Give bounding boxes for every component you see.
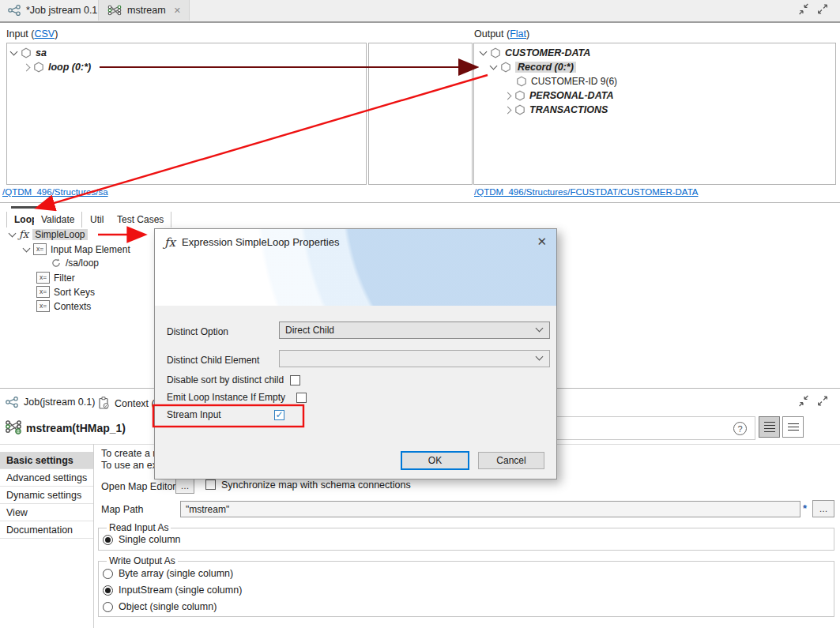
tree-row-input-map-element[interactable]: x= Input Map Element [24, 243, 130, 255]
sidebar-item-dynamic-settings[interactable]: Dynamic settings [0, 487, 93, 504]
tree-row-loop[interactable]: loop (0:*) [24, 62, 91, 73]
variable-icon: x= [36, 272, 50, 284]
radio-object[interactable]: Object (single column) [103, 601, 217, 612]
tree-row-sa-loop[interactable]: /sa/loop [51, 258, 99, 269]
map-path-browse-button[interactable]: … [812, 500, 834, 517]
dialog-close-icon[interactable]: ✕ [537, 235, 547, 249]
radio-inputstream-label: InputStream (single column) [119, 585, 242, 596]
radio-selected-icon[interactable] [103, 585, 113, 596]
input-format-link[interactable]: CSV [34, 28, 55, 39]
synchronize-checkbox[interactable] [205, 479, 216, 490]
stream-input-checkbox[interactable]: ✓ [274, 410, 284, 420]
distinct-option-select[interactable]: Direct Child [279, 322, 550, 339]
tree-row-customer-id[interactable]: CUSTOMER-ID 9(6) [516, 76, 617, 87]
view-mode-compact-icon[interactable] [782, 416, 804, 438]
tab-job-view[interactable]: Job(jstream 0.1) [6, 397, 95, 408]
editor-tabbar: *Job jstream 0.1 mstream ✕ [0, 0, 840, 23]
variable-icon: x= [36, 300, 50, 312]
hexagon-icon [514, 104, 525, 115]
help-icon[interactable]: ? [733, 422, 747, 435]
stream-input-checkbox-row[interactable]: Stream Input ✓ [167, 409, 284, 420]
output-structure-path-link[interactable]: /QTDM_496/Structures/FCUSTDAT/CUSTOMER-D… [474, 187, 699, 197]
output-panel-title: Output (Flat) [474, 28, 529, 39]
chevron-right-icon[interactable] [23, 63, 31, 71]
radio-selected-icon[interactable] [103, 535, 113, 545]
chevron-down-icon[interactable] [490, 62, 498, 70]
variable-icon: x= [36, 286, 50, 298]
input-structure-path-link[interactable]: /QTDM_496/Structures/sa [2, 187, 108, 197]
sash-handle[interactable] [11, 206, 49, 209]
chevron-down-icon [536, 325, 544, 333]
input-label-paren: ) [55, 28, 58, 39]
tab-mstream[interactable]: mstream ✕ [98, 0, 190, 21]
tab-util[interactable]: Util [83, 212, 111, 228]
disable-sort-checkbox[interactable] [290, 375, 300, 385]
output-format-link[interactable]: Flat [510, 28, 526, 39]
tab-context-view[interactable]: Context (j [98, 397, 157, 410]
sidebar-item-basic-settings[interactable]: Basic settings [0, 452, 93, 469]
tree-row-contexts[interactable]: x= Contexts [36, 300, 91, 312]
tree-row-personal-data[interactable]: PERSONAL-DATA [505, 90, 613, 101]
hmap-icon [107, 4, 122, 17]
sidebar-item-advanced-settings[interactable]: Advanced settings [0, 469, 93, 487]
minimize-view-icon[interactable] [797, 3, 810, 15]
tree-label-transactions: TRANSACTIONS [529, 104, 608, 115]
hexagon-icon [500, 62, 511, 73]
tree-row-transactions[interactable]: TRANSACTIONS [505, 104, 608, 115]
chevron-right-icon[interactable] [504, 106, 512, 114]
distinct-child-element-label: Distinct Child Element [167, 355, 259, 366]
tab-validate[interactable]: Validate [34, 212, 82, 228]
radio-inputstream[interactable]: InputStream (single column) [103, 585, 242, 596]
tree-row-filter[interactable]: x= Filter [36, 272, 75, 284]
chevron-down-icon[interactable] [9, 230, 17, 238]
sidebar-item-documentation[interactable]: Documentation [0, 521, 93, 539]
input-label: Input ( [6, 28, 34, 39]
tab-job-designer[interactable]: *Job jstream 0.1 [0, 0, 105, 21]
radio-icon[interactable] [103, 569, 113, 579]
output-label-paren: ) [526, 28, 529, 39]
emit-loop-checkbox-row[interactable]: Emit Loop Instance If Empty [167, 392, 307, 403]
component-view-window-controls [797, 395, 829, 407]
maximize-view-icon[interactable] [816, 3, 829, 15]
radio-single-column[interactable]: Single column [103, 534, 181, 545]
tree-row-simpleloop[interactable]: ƒx SimpleLoop [9, 229, 88, 240]
maximize-view-icon[interactable] [816, 395, 829, 407]
close-tab-icon[interactable]: ✕ [174, 6, 181, 16]
tree-label-filter: Filter [54, 273, 75, 284]
map-path-input[interactable]: "mstream" [180, 501, 800, 517]
disable-sort-checkbox-row[interactable]: Disable sort by distinct child [167, 374, 300, 385]
tab-job-view-label: Job(jstream 0.1) [24, 397, 95, 408]
tab-mstream-label: mstream [127, 5, 166, 16]
distinct-child-element-select[interactable] [279, 350, 550, 367]
tree-row-sort-keys[interactable]: x= Sort Keys [36, 286, 95, 298]
tree-row-record[interactable]: Record (0:*) [491, 62, 576, 73]
editor-window-controls [797, 3, 829, 15]
tab-test-cases[interactable]: Test Cases [110, 212, 171, 228]
radio-icon[interactable] [103, 602, 113, 612]
tab-job-label: *Job jstream 0.1 [26, 5, 97, 16]
sidebar-item-view[interactable]: View [0, 504, 93, 521]
tree-row-customer-data[interactable]: CUSTOMER-DATA [480, 47, 590, 58]
minimize-view-icon[interactable] [797, 395, 810, 407]
tree-row-sa[interactable]: sa [11, 47, 47, 58]
horizontal-sash[interactable] [0, 202, 840, 203]
read-input-as-group: Read Input As [98, 522, 834, 551]
chevron-down-icon[interactable] [23, 244, 31, 252]
chevron-down-icon[interactable] [480, 48, 488, 56]
tab-context-view-label: Context (j [115, 398, 157, 409]
radio-byte-array[interactable]: Byte array (single column) [103, 568, 233, 579]
open-map-editor-button[interactable]: … [175, 478, 194, 494]
tree-label-record: Record (0:*) [515, 62, 576, 73]
tree-label-sa: sa [36, 47, 47, 58]
ok-button[interactable]: OK [401, 451, 469, 470]
cancel-button[interactable]: Cancel [478, 452, 544, 469]
chevron-right-icon[interactable] [504, 92, 512, 100]
chevron-down-icon[interactable] [10, 48, 18, 56]
tree-label-input-map-element: Input Map Element [51, 244, 130, 255]
tab-test-cases-label: Test Cases [117, 214, 164, 225]
view-mode-list-icon[interactable] [759, 416, 780, 438]
tree-label-personal-data: PERSONAL-DATA [529, 90, 613, 101]
sidebar-divider [93, 444, 94, 628]
emit-loop-checkbox[interactable] [296, 393, 307, 403]
tab-util-label: Util [90, 214, 104, 225]
